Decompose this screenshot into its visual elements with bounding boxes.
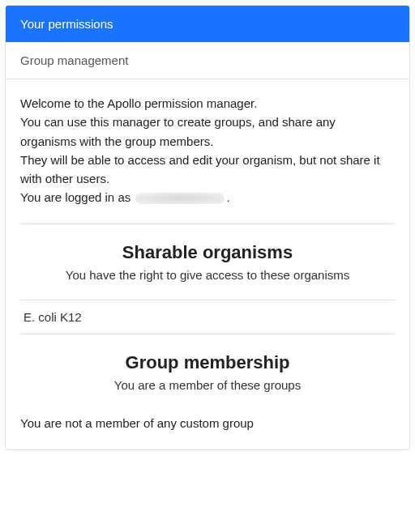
- organism-name: E. coli K12: [24, 310, 82, 324]
- permissions-card: Your permissions Group management Welcom…: [5, 5, 410, 450]
- intro-line-2: You can use this manager to create group…: [20, 113, 395, 151]
- intro-login-line: You are logged in as .: [20, 188, 395, 206]
- sharable-organisms-subtitle: You have the right to give access to the…: [20, 268, 395, 282]
- intro-line-1: Welcome to the Apollo permission manager…: [20, 94, 395, 113]
- card-subtitle: Group management: [20, 53, 128, 67]
- card-body: Welcome to the Apollo permission manager…: [6, 79, 409, 449]
- login-prefix: You are logged in as: [20, 190, 134, 204]
- card-header: Your permissions: [6, 6, 409, 42]
- intro-line-3: They will be able to access and edit you…: [20, 151, 395, 189]
- redacted-username: [135, 193, 225, 204]
- card-title: Your permissions: [20, 17, 113, 31]
- divider: [20, 223, 395, 224]
- sharable-organisms-title: Sharable organisms: [20, 242, 395, 263]
- login-suffix: .: [226, 190, 229, 204]
- group-membership-title: Group membership: [20, 352, 395, 373]
- intro-text: Welcome to the Apollo permission manager…: [20, 94, 395, 207]
- card-subheader: Group management: [6, 42, 409, 79]
- organism-list-item[interactable]: E. coli K12: [20, 300, 395, 334]
- membership-empty-message: You are not a member of any custom group: [20, 416, 395, 430]
- group-membership-subtitle: You are a member of these groups: [20, 378, 395, 392]
